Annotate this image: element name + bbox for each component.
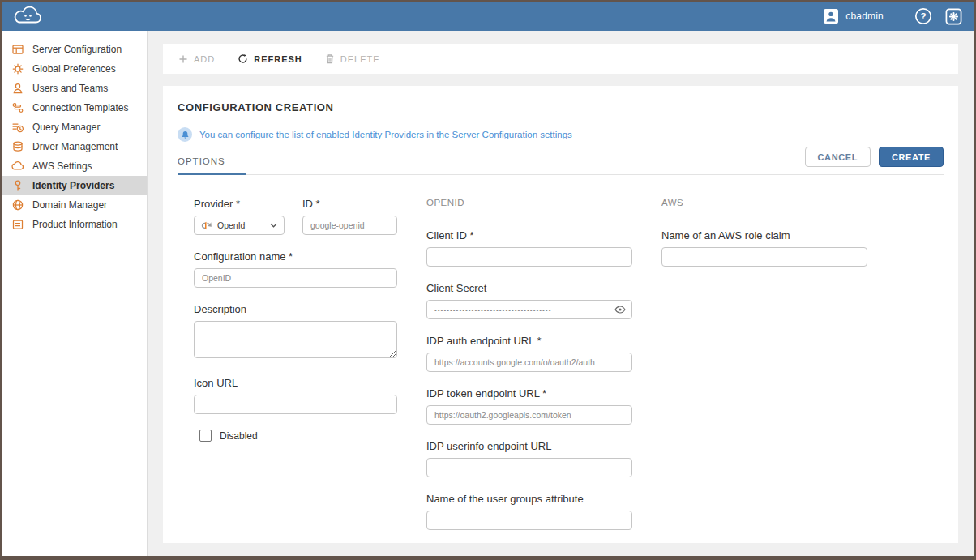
sidebar-item-label: Query Manager [32, 122, 100, 133]
aws-cloud-icon [11, 160, 24, 173]
create-button[interactable]: CREATE [879, 147, 944, 167]
aws-section-title: AWS [661, 198, 867, 207]
configuration-name-input[interactable] [194, 268, 397, 288]
disabled-checkbox[interactable] [199, 430, 212, 442]
product-information-document-icon [11, 218, 24, 231]
openid-column: OPENID Client ID * Client Secret [426, 198, 632, 543]
configuration-name-label: Configuration name * [194, 250, 397, 263]
action-label: DELETE [340, 54, 380, 64]
global-preferences-gear-icon [11, 62, 24, 75]
sidebar-item-identity-providers[interactable]: Identity Providers [2, 176, 147, 195]
provider-label: Provider * [194, 198, 285, 210]
user-badge-icon [823, 8, 839, 24]
sidebar-item-label: Domain Manager [32, 199, 107, 211]
id-input[interactable] [302, 216, 397, 235]
disabled-label: Disabled [220, 430, 258, 442]
openid-section-title: OPENID [426, 198, 632, 207]
chevron-down-icon [270, 223, 277, 228]
help-question-icon[interactable]: ? [914, 7, 932, 25]
idp-userinfo-endpoint-input[interactable] [426, 458, 632, 477]
user-groups-attribute-label: Name of the user groups attribute [426, 493, 632, 505]
action-label: ADD [194, 54, 215, 64]
general-column: Provider * OpenId [194, 198, 397, 543]
action-label: REFRESH [254, 54, 302, 64]
icon-url-label: Icon URL [194, 377, 397, 389]
user-groups-attribute-input[interactable] [426, 511, 632, 530]
cancel-button[interactable]: CANCEL [805, 147, 871, 167]
idp-auth-endpoint-input[interactable] [426, 353, 632, 372]
admin-sidebar: Server ConfigurationGlobal PreferencesUs… [2, 31, 148, 556]
icon-url-input[interactable] [194, 395, 397, 414]
refresh-icon [238, 53, 248, 64]
server-configuration-icon [11, 43, 24, 56]
dialog-buttons: CANCEL CREATE [805, 147, 944, 167]
client-secret-label: Client Secret [426, 282, 632, 294]
tab-options[interactable]: OPTIONS [178, 148, 246, 175]
delete-action[interactable]: DELETE [325, 53, 380, 64]
sidebar-item-users-and-teams[interactable]: Users and Teams [2, 79, 147, 98]
id-label: ID * [302, 198, 397, 210]
user-menu[interactable]: cbadmin [823, 8, 884, 24]
query-manager-history-icon [11, 121, 24, 134]
domain-manager-globe-icon [11, 199, 24, 212]
sidebar-item-connection-templates[interactable]: Connection Templates [2, 98, 147, 118]
sidebar-item-label: Product Information [32, 219, 118, 230]
sidebar-item-domain-manager[interactable]: Domain Manager [2, 195, 147, 215]
cloudbeaver-cloud-logo [13, 5, 45, 28]
sidebar-item-server-configuration[interactable]: Server Configuration [2, 40, 147, 59]
client-secret-input[interactable] [426, 300, 632, 319]
driver-management-database-icon [11, 140, 24, 153]
sidebar-item-label: Connection Templates [32, 102, 129, 113]
eye-icon[interactable] [614, 306, 626, 314]
actions-toolbar: ADDREFRESHDELETE [163, 44, 958, 74]
plus-icon [178, 54, 188, 64]
sidebar-item-product-information[interactable]: Product Information [2, 215, 147, 234]
aws-column: AWS Name of an AWS role claim [661, 198, 867, 543]
panel-title: CONFIGURATION CREATION [178, 101, 944, 113]
top-bar: cbadmin ? [2, 2, 974, 31]
bell-icon [178, 127, 192, 142]
idp-userinfo-endpoint-label: IDP userinfo endpoint URL [426, 440, 632, 452]
aws-role-claim-input[interactable] [661, 247, 867, 267]
description-textarea[interactable] [194, 321, 397, 358]
openid-logo-icon [201, 220, 212, 231]
sidebar-item-label: Identity Providers [32, 180, 114, 191]
client-id-input[interactable] [426, 247, 632, 267]
identity-providers-key-icon [11, 179, 24, 192]
info-message: You can configure the list of enabled Id… [199, 130, 572, 139]
username: cbadmin [845, 11, 884, 22]
connection-templates-flow-icon [11, 101, 24, 114]
gear-square-icon[interactable] [945, 8, 962, 25]
disabled-checkbox-row[interactable]: Disabled [194, 430, 397, 442]
idp-token-endpoint-label: IDP token endpoint URL * [426, 387, 632, 400]
aws-role-claim-label: Name of an AWS role claim [661, 229, 867, 242]
provider-value: OpenId [217, 220, 264, 230]
svg-text:?: ? [920, 11, 926, 21]
options-form: Provider * OpenId [178, 175, 944, 543]
sidebar-item-global-preferences[interactable]: Global Preferences [2, 59, 147, 79]
sidebar-item-label: Driver Management [32, 141, 118, 152]
sidebar-item-query-manager[interactable]: Query Manager [2, 118, 147, 137]
sidebar-item-label: Global Preferences [32, 63, 116, 75]
configuration-creation-panel: CONFIGURATION CREATION You can configure… [163, 86, 958, 543]
sidebar-item-driver-management[interactable]: Driver Management [2, 137, 147, 156]
tab-bar: OPTIONS CANCEL CREATE [178, 147, 944, 175]
sidebar-item-label: AWS Settings [32, 160, 92, 172]
refresh-action[interactable]: REFRESH [238, 53, 302, 64]
users-teams-person-icon [11, 82, 24, 95]
sidebar-item-aws-settings[interactable]: AWS Settings [2, 156, 147, 176]
provider-select[interactable]: OpenId [194, 216, 285, 235]
description-label: Description [194, 303, 397, 315]
client-id-label: Client ID * [426, 229, 632, 242]
add-action[interactable]: ADD [178, 54, 215, 64]
sidebar-item-label: Server Configuration [32, 44, 122, 55]
idp-token-endpoint-input[interactable] [426, 405, 632, 425]
sidebar-item-label: Users and Teams [32, 83, 108, 94]
trash-icon [325, 53, 335, 64]
info-message-row: You can configure the list of enabled Id… [178, 127, 944, 142]
main-content: ADDREFRESHDELETE CONFIGURATION CREATION … [148, 31, 974, 556]
idp-auth-endpoint-label: IDP auth endpoint URL * [426, 335, 632, 347]
